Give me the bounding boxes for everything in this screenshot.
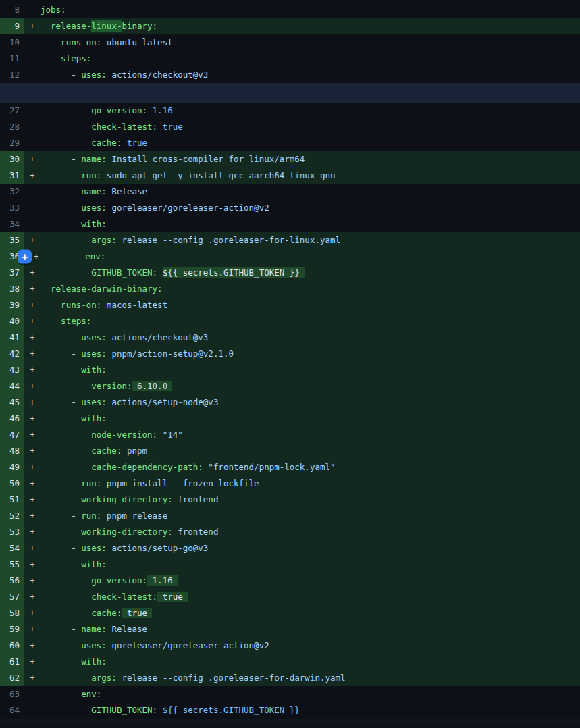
line-number[interactable]: 33: [0, 200, 24, 216]
line-number[interactable]: 9: [0, 18, 24, 34]
line-number[interactable]: 8: [0, 2, 24, 18]
line-number[interactable]: 61: [0, 654, 24, 670]
code-token-plain: [41, 673, 91, 683]
code-line: uses: goreleaser/goreleaser-action@v2: [41, 638, 580, 654]
line-number[interactable]: 37: [0, 265, 24, 281]
code-line: version: 6.10.0: [41, 378, 580, 394]
diff-added-marker: +: [24, 556, 41, 573]
line-number[interactable]: 52: [0, 508, 24, 524]
code-token-plain: [41, 446, 91, 456]
line-number[interactable]: 62: [0, 670, 24, 686]
line-number[interactable]: 64: [0, 702, 24, 719]
line-number[interactable]: 44: [0, 378, 24, 394]
add-comment-button[interactable]: +: [18, 250, 32, 264]
diff-added-marker: +: [24, 330, 41, 346]
code-token-str: pnpm install --frozen-lockfile: [101, 478, 259, 488]
diff-line-63: 63 env:: [0, 686, 580, 702]
diff-line-64: 64 GITHUB_TOKEN: ${{ secrets.GITHUB_TOKE…: [0, 702, 580, 719]
code-token-str: ubuntu-latest: [101, 37, 172, 47]
code-token-key: steps:: [61, 53, 91, 63]
line-number[interactable]: 47: [0, 427, 24, 443]
code-token-plain: [41, 592, 91, 602]
line-number[interactable]: 41: [0, 330, 24, 346]
code-line: steps:: [41, 51, 580, 67]
code-token-str: frontend: [173, 494, 219, 504]
line-number[interactable]: 34: [0, 216, 24, 232]
line-number[interactable]: 46: [0, 411, 24, 427]
code-token-key: steps:: [61, 316, 91, 326]
code-token-plain: -: [41, 186, 81, 197]
code-token-plain: [41, 705, 91, 715]
code-token-plain: [41, 575, 91, 586]
code-line: cache: true: [41, 135, 580, 151]
code-token-plain: [41, 462, 91, 472]
expand-hunk-row[interactable]: [0, 83, 580, 103]
line-number[interactable]: 48: [0, 443, 24, 459]
code-token-str: goreleaser/goreleaser-action@v2: [107, 203, 269, 213]
code-token-key: cache:: [91, 446, 122, 456]
code-token-key: GITHUB_TOKEN:: [91, 267, 157, 278]
line-number[interactable]: 38: [0, 281, 24, 297]
code-line: with:: [41, 411, 580, 427]
code-token-key: name:: [81, 154, 107, 164]
line-number[interactable]: 51: [0, 492, 24, 508]
code-line: release-linux-binary:: [41, 18, 580, 34]
code-token-str: actions/checkout@v3: [107, 70, 209, 80]
line-number[interactable]: 39: [0, 297, 24, 313]
diff-marker-empty: [24, 119, 41, 135]
line-number[interactable]: 30: [0, 151, 24, 167]
line-number[interactable]: 56: [0, 573, 24, 589]
line-number[interactable]: 12: [0, 67, 24, 83]
code-token-key: name:: [81, 186, 107, 197]
line-number[interactable]: 50: [0, 475, 24, 492]
code-token-plain: [41, 381, 91, 391]
line-number[interactable]: 60: [0, 638, 24, 654]
code-token-key: with:: [81, 219, 107, 229]
code-token-plain: -: [41, 478, 81, 488]
code-token-key: cache:: [91, 608, 122, 618]
line-number[interactable]: 59: [0, 621, 24, 638]
code-token-num: true: [122, 138, 152, 148]
code-token-key: env:: [85, 251, 105, 261]
code-line: - uses: actions/setup-node@v3: [41, 394, 580, 411]
code-token-plain: [41, 365, 81, 375]
line-number[interactable]: 55: [0, 556, 24, 573]
line-number[interactable]: 32: [0, 184, 24, 200]
line-number[interactable]: 58: [0, 605, 24, 621]
line-number[interactable]: 43: [0, 362, 24, 378]
line-number[interactable]: 40: [0, 313, 24, 330]
line-number[interactable]: 35: [0, 232, 24, 249]
line-number[interactable]: 28: [0, 119, 24, 135]
line-number[interactable]: 57: [0, 589, 24, 605]
diff-added-marker: +: [24, 151, 41, 167]
line-number[interactable]: 54: [0, 540, 24, 556]
diff-marker-empty: [24, 103, 41, 119]
code-token-str: pnpm: [122, 446, 147, 456]
diff-marker-empty: [24, 67, 41, 83]
code-line: with:: [41, 362, 580, 378]
diff-line-56: 56+ go-version: 1.16: [0, 573, 580, 589]
code-token-num: 1.16: [147, 105, 178, 115]
line-number[interactable]: 45: [0, 394, 24, 411]
line-number[interactable]: 42: [0, 346, 24, 362]
line-number[interactable]: 53: [0, 524, 24, 540]
line-number[interactable]: 31: [0, 167, 24, 184]
code-token-plain: [41, 300, 61, 310]
line-number[interactable]: 10: [0, 34, 24, 51]
line-number[interactable]: 29: [0, 135, 24, 151]
diff-rows: 8jobs:9+ release-linux-binary:10 runs-on…: [0, 2, 580, 719]
line-number[interactable]: 49: [0, 459, 24, 475]
code-token-plain: [41, 122, 91, 132]
diff-line-40: 40+ steps:: [0, 313, 580, 330]
code-token-key: check-latest:: [91, 122, 157, 132]
code-token-num: true: [157, 592, 188, 602]
line-number[interactable]: 27: [0, 103, 24, 119]
code-token-key: go-version:: [91, 575, 147, 586]
line-number[interactable]: 11: [0, 51, 24, 67]
line-number[interactable]: 63: [0, 686, 24, 702]
code-token-str: Install cross-compiler for linux/arm64: [107, 154, 305, 164]
code-line: runs-on: macos-latest: [41, 297, 580, 313]
code-token-key: name:: [81, 624, 107, 634]
code-token-plain: [41, 203, 81, 213]
code-token-plain: [41, 640, 81, 650]
